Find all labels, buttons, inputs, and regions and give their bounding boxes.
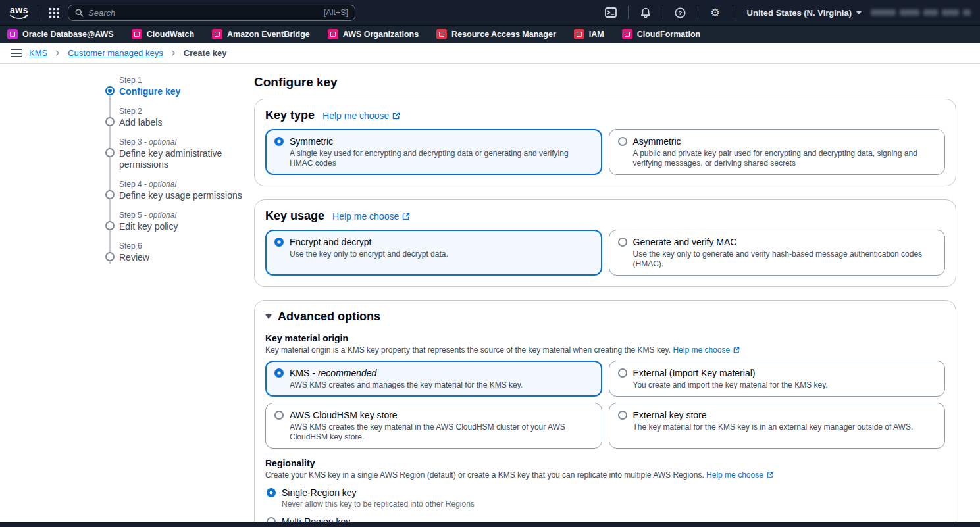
key-material-help-link[interactable]: Help me choose — [673, 345, 740, 355]
favorite-resource-access-manager[interactable]: Resource Access Manager — [436, 29, 556, 39]
key-type-panel: Key type Help me choose Symmetric A sing… — [254, 99, 956, 186]
region-selector[interactable]: United States (N. Virginia) — [747, 8, 862, 18]
nav-divider — [38, 6, 38, 19]
key-usage-option-encrypt-decrypt[interactable]: Encrypt and decrypt Use the key only to … — [265, 230, 602, 276]
favorite-amazon-eventbridge[interactable]: Amazon EventBridge — [212, 29, 310, 39]
cloudshell-button[interactable] — [601, 4, 621, 21]
favorite-cloudformation[interactable]: CloudFormation — [622, 29, 701, 39]
key-material-option-kms[interactable]: KMS- recommended AWS KMS creates and man… — [265, 361, 602, 397]
key-usage-option-generate-verify-mac[interactable]: Generate and verify MAC Use the key only… — [609, 230, 946, 276]
regionality-help-link[interactable]: Help me choose — [706, 470, 773, 480]
favorite-label: AWS Organizations — [343, 30, 419, 39]
step-label: Add labels — [119, 117, 247, 128]
oracle-database-aws-icon — [7, 29, 18, 39]
service-glyph — [577, 32, 582, 37]
radio-asymmetric[interactable] — [618, 137, 627, 146]
step-optional: - optional — [144, 211, 176, 220]
help-link-label: Help me choose — [332, 211, 399, 222]
wizard-step-configure-key[interactable]: Step 1 Configure key — [105, 75, 247, 97]
key-material-option-external-import[interactable]: External (Import Key material) You creat… — [609, 361, 946, 397]
advanced-options-heading: Advanced options — [278, 310, 380, 324]
regionality-option-single-region[interactable]: Single-Region key Never allow this key t… — [265, 487, 945, 509]
breadcrumb-link-kms[interactable]: KMS — [29, 48, 47, 58]
service-glyph — [134, 32, 140, 37]
wizard-step-admin-permissions[interactable]: Step 3- optional Define key administrati… — [105, 137, 247, 170]
page-content: Step 1 Configure key Step 2 Add labels S… — [0, 64, 980, 521]
option-label: Single-Region key — [282, 487, 475, 499]
side-menu-icon[interactable] — [11, 49, 22, 57]
advanced-options-toggle[interactable]: Advanced options — [265, 310, 945, 324]
radio-external-key-store[interactable] — [618, 411, 627, 420]
favorite-label: Resource Access Manager — [451, 30, 556, 39]
breadcrumb-chevron-icon — [170, 49, 176, 57]
key-type-help-link[interactable]: Help me choose — [322, 111, 400, 121]
redacted-text-block — [963, 9, 971, 16]
notifications-button[interactable] — [636, 4, 656, 21]
favorite-label: IAM — [589, 30, 604, 39]
step-label: Review — [119, 252, 247, 263]
key-usage-panel: Key usage Help me choose Encrypt and dec… — [254, 199, 956, 287]
page-title: Configure key — [254, 75, 956, 89]
favorite-iam[interactable]: IAM — [574, 29, 604, 39]
wizard-step-review[interactable]: Step 6 Review — [105, 241, 247, 263]
bell-icon — [640, 7, 651, 18]
radio-cloudhsm[interactable] — [274, 411, 284, 420]
breadcrumb-chevron-icon — [55, 49, 61, 57]
radio-encrypt-decrypt[interactable] — [274, 238, 284, 247]
radio-kms[interactable] — [274, 368, 284, 378]
option-label: External (Import Key material) — [633, 368, 756, 378]
favorite-oracle-database-aws[interactable]: Oracle Database@AWS — [7, 29, 114, 39]
breadcrumb-current: Create key — [184, 48, 227, 58]
step-number: Step 3 — [119, 138, 142, 147]
step-radio-icon — [105, 148, 115, 157]
option-label: Symmetric — [290, 136, 333, 147]
favorite-aws-organizations[interactable]: AWS Organizations — [328, 29, 419, 39]
global-search-input[interactable]: Search [Alt+S] — [68, 5, 355, 21]
regionality-description: Create your KMS key in a single AWS Regi… — [265, 470, 945, 480]
breadcrumb-link-customer-managed-keys[interactable]: Customer managed keys — [68, 48, 163, 58]
aws-logo[interactable]: aws — [8, 6, 30, 20]
step-optional: - optional — [144, 180, 176, 189]
key-type-option-asymmetric[interactable]: Asymmetric A public and private key pair… — [609, 129, 946, 175]
help-button[interactable]: ? — [671, 4, 690, 21]
nav-divider — [698, 6, 698, 19]
wizard-step-add-labels[interactable]: Step 2 Add labels — [105, 106, 247, 128]
wizard-step-edit-key-policy[interactable]: Step 5- optional Edit key policy — [105, 210, 247, 232]
search-icon — [75, 9, 84, 17]
key-usage-help-link[interactable]: Help me choose — [332, 211, 410, 222]
key-material-option-external-key-store[interactable]: External key store The key material for … — [609, 403, 946, 449]
external-link-icon — [392, 112, 400, 120]
advanced-options-panel: Advanced options Key material origin Key… — [254, 300, 956, 527]
option-label: Asymmetric — [633, 136, 681, 147]
service-glyph — [215, 32, 220, 37]
aws-logo-text: aws — [10, 6, 28, 14]
key-material-option-cloudhsm[interactable]: AWS CloudHSM key store AWS KMS creates t… — [265, 403, 602, 449]
nav-divider — [628, 6, 629, 19]
settings-button[interactable]: ⚙ — [706, 4, 725, 21]
chevron-down-icon — [856, 11, 862, 14]
help-link-label: Help me choose — [673, 345, 730, 355]
option-description: You create and import the key material f… — [633, 380, 828, 390]
terminal-icon — [605, 7, 617, 18]
radio-single-region[interactable] — [267, 488, 276, 497]
favorite-label: CloudFormation — [637, 30, 701, 39]
services-grid-icon[interactable] — [45, 4, 63, 21]
redacted-text-block — [900, 9, 919, 16]
option-description: The key material for the KMS key is in a… — [633, 422, 914, 432]
radio-external-import[interactable] — [618, 368, 627, 378]
account-menu-redacted[interactable] — [871, 9, 971, 16]
radio-symmetric[interactable] — [274, 137, 284, 146]
top-navigation-bar: aws Search [Alt+S] — [0, 0, 980, 25]
option-description: AWS KMS creates the key material in the … — [290, 422, 593, 442]
key-type-heading: Key type — [265, 109, 315, 122]
breadcrumb-bar: KMS Customer managed keys Create key — [0, 43, 980, 64]
console-footer-bar — [0, 522, 980, 527]
step-label: Edit key policy — [119, 221, 247, 232]
wizard-step-usage-permissions[interactable]: Step 4- optional Define key usage permis… — [105, 179, 247, 201]
external-link-icon — [733, 347, 740, 353]
favorite-cloudwatch[interactable]: CloudWatch — [132, 29, 194, 39]
search-shortcut-hint: [Alt+S] — [324, 8, 348, 17]
radio-generate-verify-mac[interactable] — [618, 238, 627, 247]
key-type-option-symmetric[interactable]: Symmetric A single key used for encrypti… — [265, 129, 602, 175]
step-radio-icon — [105, 190, 115, 199]
